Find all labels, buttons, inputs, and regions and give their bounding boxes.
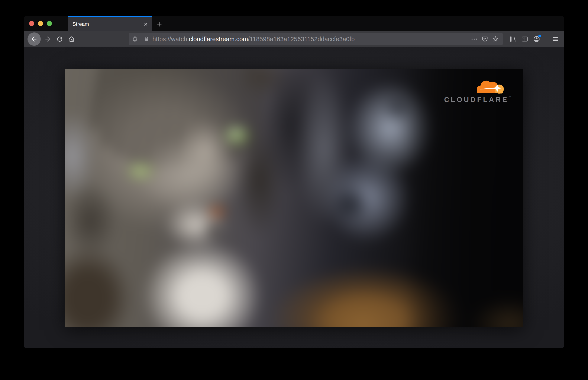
menu-button[interactable] xyxy=(551,34,560,44)
pocket-button[interactable] xyxy=(481,35,489,43)
cat-nose xyxy=(203,203,231,221)
url-bar[interactable]: https://watch.cloudflarestream.com/11859… xyxy=(129,33,503,45)
url-path: /118598a163a125631152ddaccfe3a0fb xyxy=(248,36,355,42)
forward-icon xyxy=(44,36,51,43)
trademark-symbol: ™ xyxy=(509,96,511,99)
lock-icon[interactable] xyxy=(143,36,150,42)
bookmark-star-icon xyxy=(492,36,499,43)
video-player[interactable]: CLOUDFLARE™ xyxy=(65,69,523,327)
toolbar-divider xyxy=(547,35,547,43)
page-content: CLOUDFLARE™ xyxy=(24,47,564,348)
pocket-icon xyxy=(481,36,488,42)
cloudflare-cloud-icon xyxy=(474,78,510,96)
shield-icon[interactable] xyxy=(132,36,138,42)
reload-button[interactable] xyxy=(55,34,65,44)
cloudflare-logo: CLOUDFLARE™ xyxy=(444,78,511,103)
page-actions-button[interactable] xyxy=(470,35,478,43)
url-domain: cloudflarestream.com xyxy=(189,36,248,42)
window-minimize-button[interactable] xyxy=(38,21,43,26)
window-close-button[interactable] xyxy=(29,21,34,26)
scene-blob xyxy=(326,182,376,226)
navigation-toolbar: https://watch.cloudflarestream.com/11859… xyxy=(24,31,564,47)
window-titlebar: Stream xyxy=(24,16,564,31)
scene-blob xyxy=(404,69,523,327)
library-icon xyxy=(509,36,516,43)
new-tab-button[interactable] xyxy=(155,20,164,29)
scene-blob xyxy=(170,110,239,192)
menu-icon xyxy=(552,36,559,43)
urlbar-divider xyxy=(141,36,141,43)
back-icon xyxy=(31,36,38,43)
scene-blob xyxy=(202,222,224,239)
sidebar-toggle-button[interactable] xyxy=(520,34,530,44)
home-button[interactable] xyxy=(67,34,77,44)
new-tab-icon xyxy=(156,20,163,28)
scene-blob xyxy=(224,126,247,141)
window-controls xyxy=(29,21,52,26)
browser-window: Stream xyxy=(24,16,564,348)
tab-stream[interactable]: Stream xyxy=(68,16,152,31)
forward-button[interactable] xyxy=(43,34,53,44)
library-button[interactable] xyxy=(508,34,518,44)
bookmark-star-button[interactable] xyxy=(491,35,500,43)
scene-blob xyxy=(127,163,153,178)
desktop: Stream xyxy=(0,0,588,380)
account-button[interactable] xyxy=(532,34,541,44)
video-frame xyxy=(65,69,523,327)
reload-icon xyxy=(56,36,63,43)
home-icon xyxy=(68,36,75,43)
sidebar-icon xyxy=(521,36,528,43)
close-icon xyxy=(143,21,148,27)
tab-title: Stream xyxy=(72,21,142,27)
back-button[interactable] xyxy=(28,33,41,46)
url-prefix: https://watch. xyxy=(153,36,189,42)
url-text: https://watch.cloudflarestream.com/11859… xyxy=(153,36,468,43)
cloudflare-wordmark: CLOUDFLARE™ xyxy=(444,96,511,103)
page-actions-icon xyxy=(470,36,478,43)
notification-dot xyxy=(538,35,541,37)
window-zoom-button[interactable] xyxy=(47,21,52,26)
tab-close-button[interactable] xyxy=(142,20,149,28)
active-tab-indicator xyxy=(68,16,152,17)
